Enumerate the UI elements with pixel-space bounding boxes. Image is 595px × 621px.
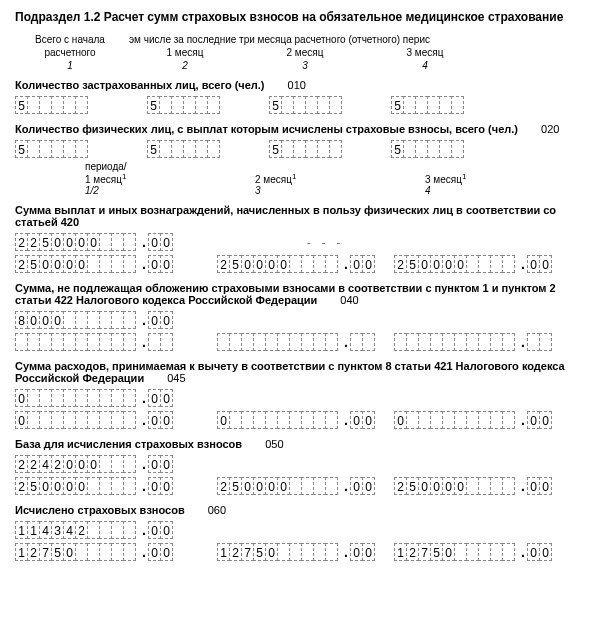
- row045-r1-dec[interactable]: 00: [148, 389, 172, 407]
- cell[interactable]: 0: [539, 411, 552, 429]
- cell[interactable]: 0: [362, 543, 375, 561]
- cell[interactable]: [123, 521, 136, 539]
- row030-m2-dec[interactable]: 00: [527, 255, 551, 273]
- cell[interactable]: [502, 543, 515, 561]
- cell[interactable]: 0: [160, 477, 173, 495]
- row010-v4[interactable]: 5: [391, 96, 463, 114]
- row020-v1[interactable]: 5: [15, 140, 87, 158]
- row010-v3[interactable]: 5: [269, 96, 341, 114]
- cell[interactable]: [123, 411, 136, 429]
- row050-m2-int[interactable]: 250000: [394, 477, 514, 495]
- cell[interactable]: [325, 255, 338, 273]
- cell[interactable]: 0: [160, 255, 173, 273]
- row045-m2-int[interactable]: 0: [394, 411, 514, 429]
- row060-r1-dec[interactable]: 00: [148, 521, 172, 539]
- row040-r2-dec[interactable]: [148, 333, 172, 351]
- row040-r1-int[interactable]: 8000: [15, 311, 135, 329]
- row040-r1-dec[interactable]: 00: [148, 311, 172, 329]
- row050-m2-dec[interactable]: 00: [527, 477, 551, 495]
- cell[interactable]: [123, 477, 136, 495]
- cell[interactable]: [451, 96, 464, 114]
- row050-m1-int[interactable]: 250000: [217, 477, 337, 495]
- cell[interactable]: 0: [362, 477, 375, 495]
- row040-m1-dec[interactable]: [350, 333, 374, 351]
- row030-r1-dec[interactable]: 00: [148, 233, 172, 251]
- row040-r2-int[interactable]: [15, 333, 135, 351]
- row045-line1: 0 . 00: [15, 388, 580, 408]
- cell[interactable]: 0: [160, 521, 173, 539]
- cell[interactable]: [502, 333, 515, 351]
- cell[interactable]: [502, 477, 515, 495]
- dot-icon: .: [519, 477, 527, 495]
- cell[interactable]: [207, 96, 220, 114]
- row060-m2-int[interactable]: 12750: [394, 543, 514, 561]
- row045-m2-dec[interactable]: 00: [527, 411, 551, 429]
- row040-m2-dec[interactable]: [527, 333, 551, 351]
- row060-m1-int[interactable]: 12750: [217, 543, 337, 561]
- period2-sup3: 1: [462, 172, 466, 181]
- cell[interactable]: [502, 255, 515, 273]
- cell[interactable]: [329, 140, 342, 158]
- row050-r2-dec[interactable]: 00: [148, 477, 172, 495]
- cell[interactable]: [502, 411, 515, 429]
- cell[interactable]: [362, 333, 375, 351]
- cell[interactable]: [75, 140, 88, 158]
- cell[interactable]: [160, 333, 173, 351]
- cell[interactable]: [325, 477, 338, 495]
- cell[interactable]: [123, 255, 136, 273]
- cell[interactable]: 0: [160, 411, 173, 429]
- cell[interactable]: [123, 333, 136, 351]
- cell[interactable]: 0: [362, 255, 375, 273]
- row050-r1-dec[interactable]: 00: [148, 455, 172, 473]
- row050-r1-int[interactable]: 2242000: [15, 455, 135, 473]
- cell[interactable]: 0: [362, 411, 375, 429]
- cell[interactable]: [123, 543, 136, 561]
- cell[interactable]: 0: [160, 543, 173, 561]
- cell[interactable]: [325, 411, 338, 429]
- cell[interactable]: [123, 233, 136, 251]
- cell[interactable]: [123, 311, 136, 329]
- row060-m2-dec[interactable]: 00: [527, 543, 551, 561]
- row030-m2-int[interactable]: 250000: [394, 255, 514, 273]
- cell[interactable]: 0: [539, 543, 552, 561]
- cell[interactable]: 0: [160, 455, 173, 473]
- row060-r2-int[interactable]: 12750: [15, 543, 135, 561]
- row030-r2-dec[interactable]: 00: [148, 255, 172, 273]
- row030-r2-int[interactable]: 250000: [15, 255, 135, 273]
- cell[interactable]: [123, 389, 136, 407]
- cell[interactable]: 0: [160, 233, 173, 251]
- row040-m2-int[interactable]: [394, 333, 514, 351]
- row045-r1-int[interactable]: 0: [15, 389, 135, 407]
- row020-v3[interactable]: 5: [269, 140, 341, 158]
- row050-m1-dec[interactable]: 00: [350, 477, 374, 495]
- row060-r2-dec[interactable]: 00: [148, 543, 172, 561]
- row020-v2[interactable]: 5: [147, 140, 219, 158]
- row045-m1-int[interactable]: 0: [217, 411, 337, 429]
- cell[interactable]: [329, 96, 342, 114]
- dot-icon: .: [140, 255, 148, 273]
- row045-r2-int[interactable]: 0: [15, 411, 135, 429]
- cell[interactable]: [325, 333, 338, 351]
- row040-m1-int[interactable]: [217, 333, 337, 351]
- cell[interactable]: 0: [539, 255, 552, 273]
- row030-m1-int[interactable]: 250000: [217, 255, 337, 273]
- cell[interactable]: [207, 140, 220, 158]
- row050-r2-int[interactable]: 250000: [15, 477, 135, 495]
- cell[interactable]: 0: [539, 477, 552, 495]
- row060-m1-dec[interactable]: 00: [350, 543, 374, 561]
- cell[interactable]: [539, 333, 552, 351]
- row010-v1[interactable]: 5: [15, 96, 87, 114]
- cell[interactable]: [123, 455, 136, 473]
- row045-m1-dec[interactable]: 00: [350, 411, 374, 429]
- row010-v2[interactable]: 5: [147, 96, 219, 114]
- row020-v4[interactable]: 5: [391, 140, 463, 158]
- cell[interactable]: 0: [160, 389, 173, 407]
- row060-r1-int[interactable]: 114342: [15, 521, 135, 539]
- row030-r1-int[interactable]: 2250000: [15, 233, 135, 251]
- cell[interactable]: [451, 140, 464, 158]
- cell[interactable]: [325, 543, 338, 561]
- cell[interactable]: 0: [160, 311, 173, 329]
- cell[interactable]: [75, 96, 88, 114]
- row045-r2-dec[interactable]: 00: [148, 411, 172, 429]
- row030-m1-dec[interactable]: 00: [350, 255, 374, 273]
